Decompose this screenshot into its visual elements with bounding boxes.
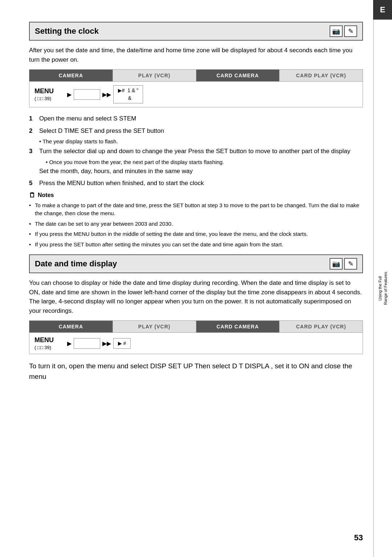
notes-icon: 🗒 (29, 192, 36, 199)
mode2-camera: CAMERA (29, 321, 113, 332)
step-5-num: 5 (29, 179, 39, 188)
section2-icons: 📷 ✎ (330, 258, 357, 270)
menu-page-ref: ( □□ 39) (34, 96, 67, 101)
step-2-num: 2 (29, 126, 39, 136)
conclusion-text: To turn it on, open the menu and select … (29, 361, 363, 382)
flow-box-2: ▶# 1 & "& (113, 85, 143, 103)
mode2-card-camera: CARD CAMERA (196, 321, 280, 332)
section1-icons: 📷 ✎ (330, 25, 357, 37)
flow-box-1 (74, 89, 100, 100)
section1-header: Setting the clock 📷 ✎ (29, 22, 363, 41)
mode-camera: CAMERA (29, 70, 113, 81)
section2-title: Date and time display (35, 259, 117, 269)
flow-arrow-2: ▶▶ (102, 91, 111, 98)
menu2-label-block: MENU ( □□ 39) (34, 336, 67, 350)
menu-label-block: MENU ( □□ 39) (34, 87, 67, 101)
step-5-text: Press the MENU button when finished, and… (39, 179, 363, 188)
section1-intro: After you set the date and time, the dat… (29, 46, 363, 64)
flow2-arrow-1: ▶ (67, 340, 72, 347)
camera-icon: 📷 (330, 25, 343, 37)
mode2-card-play-vcr: CARD PLAY (VCR) (279, 321, 363, 332)
step-2-text: Select D TIME SET and press the SET butt… (39, 126, 363, 136)
page-number: 53 (354, 533, 363, 542)
flow2-box-1 (74, 338, 100, 349)
menu2-flow: ▶ ▶▶ ▶ # (67, 338, 358, 349)
mode-card-camera: CARD CAMERA (196, 70, 280, 81)
menu2-label: MENU (34, 336, 67, 344)
step-3-num: 3 (29, 147, 39, 156)
section1-title: Setting the clock (35, 26, 99, 36)
step-1-num: 1 (29, 114, 39, 123)
section1-mode-bar: CAMERA PLAY (VCR) CARD CAMERA CARD PLAY … (29, 69, 363, 82)
step-1-text: Open the menu and select S STEM (39, 114, 363, 123)
right-sidebar: E Using the Full Range of Features (373, 0, 392, 557)
step-3-sub: Once you move from the year, the next pa… (46, 159, 363, 165)
note-2: The date can be set to any year between … (29, 220, 363, 228)
section1-menu-diagram: MENU ( □□ 39) ▶ ▶▶ ▶# 1 & "& (29, 82, 363, 107)
flow2-box-2: ▶ # (113, 338, 131, 349)
mode-play-vcr: PLAY (VCR) (113, 70, 196, 81)
pencil-icon-2: ✎ (344, 258, 357, 270)
notes-title-1: 🗒 Notes (29, 192, 363, 199)
notes-section-1: 🗒 Notes To make a change to part of the … (29, 192, 363, 249)
step-set-month: Set the month, day, hours, and minutes i… (39, 167, 363, 176)
menu-label: MENU (34, 87, 67, 95)
step-5: 5 Press the MENU button when finished, a… (29, 179, 363, 188)
mode-card-play-vcr: CARD PLAY (VCR) (279, 70, 363, 81)
note-3: If you press the MENU button in the midd… (29, 230, 363, 238)
note-1: To make a change to part of the date and… (29, 201, 363, 218)
sidebar-letter: E (373, 0, 392, 20)
camera-icon-2: 📷 (330, 258, 343, 270)
section2-mode-bar: CAMERA PLAY (VCR) CARD CAMERA CARD PLAY … (29, 320, 363, 333)
sidebar-features-text: Using the Full Range of Features (377, 272, 389, 305)
flow-arrow-1: ▶ (67, 91, 72, 98)
section2-intro: You can choose to display or hide the da… (29, 278, 363, 315)
sidebar-features: Using the Full Range of Features (373, 20, 392, 557)
flow2-arrow-2: ▶▶ (102, 340, 111, 347)
step-3-text: Turn the selector dial up and down to ch… (39, 147, 363, 156)
steps-section-1: 1 Open the menu and select S STEM 2 Sele… (29, 114, 363, 188)
menu-flow: ▶ ▶▶ ▶# 1 & "& (67, 85, 358, 103)
step-2: 2 Select D TIME SET and press the SET bu… (29, 126, 363, 136)
step-1: 1 Open the menu and select S STEM (29, 114, 363, 123)
step-3: 3 Turn the selector dial up and down to … (29, 147, 363, 156)
step-2-sub: The year display starts to flash. (39, 138, 363, 144)
notes-label: Notes (38, 192, 54, 198)
note-4: If you press the SET button after settin… (29, 241, 363, 249)
section2-menu-diagram: MENU ( □□ 39) ▶ ▶▶ ▶ # (29, 333, 363, 354)
mode2-play-vcr: PLAY (VCR) (113, 321, 196, 332)
menu2-page-ref: ( □□ 39) (34, 345, 67, 350)
pencil-icon: ✎ (344, 25, 357, 37)
section2-header: Date and time display 📷 ✎ (29, 254, 363, 273)
